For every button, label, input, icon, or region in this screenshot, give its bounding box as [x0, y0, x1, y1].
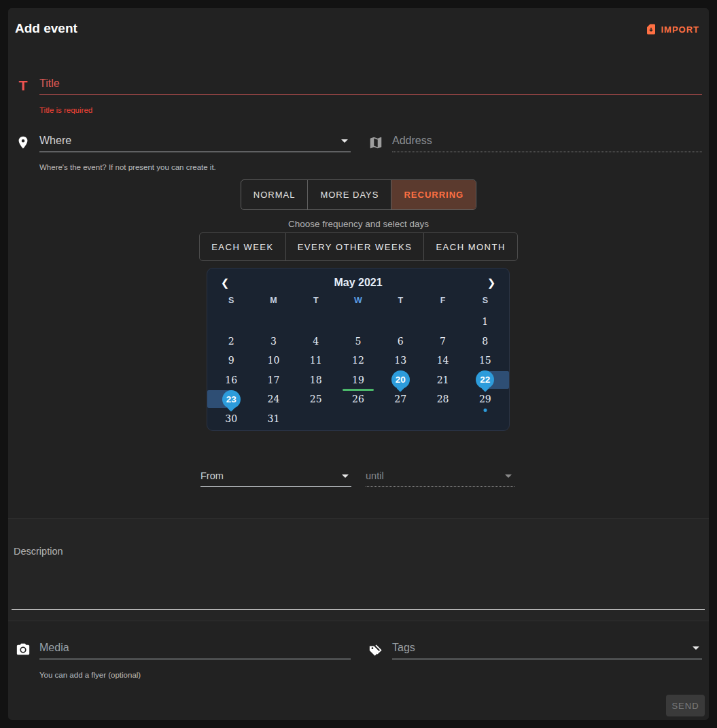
- title-field-row: T Title: [15, 77, 702, 95]
- title-error-text: Title is required: [39, 106, 92, 114]
- tab-each-week[interactable]: EACH WEEK: [200, 233, 285, 260]
- calendar-day-number: 6: [398, 336, 404, 347]
- frequency-caption: Choose frequency and select days: [8, 219, 709, 229]
- calendar-day-number: 5: [355, 336, 362, 347]
- calendar-day[interactable]: 12: [337, 351, 379, 370]
- calendar-day[interactable]: 2: [210, 332, 252, 351]
- until-placeholder: until: [366, 470, 384, 481]
- page-title: Add event: [15, 21, 77, 36]
- description-placeholder: Description: [14, 546, 63, 557]
- camera-icon: [15, 642, 31, 658]
- calendar-day-number: 13: [394, 355, 406, 366]
- calendar-day[interactable]: 15: [464, 351, 506, 370]
- calendar-day-number: 26: [352, 394, 364, 404]
- calendar-day[interactable]: 14: [421, 351, 464, 370]
- calendar-week-row: 3031: [210, 409, 506, 429]
- import-button[interactable]: IMPORT: [645, 23, 699, 35]
- calendar-day[interactable]: 6: [379, 332, 421, 351]
- calendar-day[interactable]: 23: [210, 389, 252, 409]
- calendar-day-number: 25: [310, 394, 322, 404]
- title-icon: T: [15, 77, 31, 94]
- calendar-day-number: 12: [352, 355, 364, 366]
- chevron-down-icon: [505, 474, 512, 478]
- calendar-day-number: 9: [228, 355, 234, 366]
- calendar-next-icon[interactable]: ❯: [482, 273, 501, 292]
- calendar-day[interactable]: 17: [252, 370, 294, 390]
- dow-thursday: T: [379, 296, 421, 312]
- calendar-day[interactable]: 5: [337, 332, 379, 351]
- calendar-day-number: 27: [394, 394, 406, 404]
- where-placeholder: Where: [39, 135, 71, 147]
- calendar-day[interactable]: 1: [464, 312, 506, 332]
- calendar-day[interactable]: 31: [252, 409, 294, 429]
- calendar-day[interactable]: 16: [210, 370, 252, 390]
- where-helper-text: Where's the event? If not present you ca…: [39, 163, 216, 171]
- calendar-day-number: 18: [310, 375, 322, 385]
- calendar-day[interactable]: 9: [210, 351, 252, 370]
- calendar-day[interactable]: 22: [464, 370, 506, 390]
- tab-recurring[interactable]: RECURRING: [391, 180, 476, 209]
- calendar-day-number: 24: [268, 394, 280, 404]
- calendar-week-row: 9101112131415: [210, 351, 506, 370]
- calendar-day-number: 2: [228, 336, 234, 347]
- tab-more-days[interactable]: MORE DAYS: [307, 180, 391, 209]
- calendar-day[interactable]: 29: [464, 389, 506, 409]
- calendar-day[interactable]: 3: [252, 332, 294, 351]
- calendar-day-number: 8: [482, 336, 488, 347]
- calendar-day[interactable]: 25: [295, 389, 337, 409]
- calendar-day-number: 17: [268, 375, 280, 385]
- media-helper-text: You can add a flyer (optional): [39, 671, 141, 679]
- calendar-day[interactable]: 18: [295, 370, 337, 390]
- calendar-day[interactable]: 8: [464, 332, 506, 351]
- from-select[interactable]: From: [200, 470, 351, 487]
- where-select[interactable]: Where: [39, 135, 351, 152]
- calendar-day-empty: [210, 312, 252, 332]
- calendar-day[interactable]: 7: [421, 332, 464, 351]
- calendar: ❮ May 2021 ❯ S M T W T F S 1234567891011…: [207, 268, 510, 431]
- send-button[interactable]: SEND: [666, 695, 705, 716]
- location-pin-icon: [15, 135, 31, 151]
- calendar-day-empty: [379, 409, 421, 429]
- calendar-day[interactable]: 27: [379, 389, 421, 409]
- tab-normal[interactable]: NORMAL: [241, 180, 308, 209]
- calendar-day[interactable]: 30: [210, 409, 252, 429]
- calendar-day-number: 21: [437, 375, 449, 385]
- calendar-week-row: 1: [210, 312, 506, 332]
- tab-every-other-weeks[interactable]: EVERY OTHER WEEKS: [285, 233, 424, 260]
- calendar-day-number: 11: [310, 355, 322, 366]
- calendar-day-empty: [295, 409, 337, 429]
- dow-sunday: S: [210, 296, 252, 312]
- calendar-day[interactable]: 13: [379, 351, 421, 370]
- tags-placeholder: Tags: [392, 642, 415, 654]
- calendar-day[interactable]: 10: [252, 351, 294, 370]
- calendar-day[interactable]: 20: [379, 370, 421, 390]
- until-select: until: [366, 470, 514, 487]
- calendar-day-empty: [464, 409, 506, 429]
- tags-select[interactable]: Tags: [392, 642, 702, 659]
- calendar-day-number: 31: [268, 413, 280, 424]
- file-download-icon: [645, 23, 657, 35]
- calendar-day[interactable]: 28: [421, 389, 464, 409]
- calendar-day-number: 1: [482, 316, 488, 327]
- dow-friday: F: [421, 296, 464, 312]
- calendar-day-number: 16: [225, 375, 237, 385]
- calendar-day[interactable]: 19: [337, 370, 379, 390]
- calendar-prev-icon[interactable]: ❮: [215, 273, 234, 292]
- calendar-day[interactable]: 21: [421, 370, 464, 390]
- calendar-day-number: 7: [440, 336, 446, 347]
- calendar-day[interactable]: 4: [295, 332, 337, 351]
- calendar-day-empty: [337, 312, 379, 332]
- calendar-day[interactable]: 26: [337, 389, 379, 409]
- calendar-day-number: 28: [437, 394, 449, 404]
- title-input[interactable]: Title: [39, 77, 702, 95]
- import-button-label: IMPORT: [661, 24, 699, 35]
- calendar-day-headers: S M T W T F S: [210, 296, 506, 312]
- tab-each-month[interactable]: EACH MONTH: [423, 233, 517, 260]
- calendar-day-number: 19: [352, 375, 364, 385]
- calendar-day[interactable]: 24: [252, 389, 294, 409]
- calendar-day-number: 29: [479, 394, 491, 404]
- dow-tuesday: T: [295, 296, 337, 312]
- media-input[interactable]: Media: [39, 642, 351, 659]
- description-textarea[interactable]: [12, 609, 705, 610]
- calendar-day[interactable]: 11: [295, 351, 337, 370]
